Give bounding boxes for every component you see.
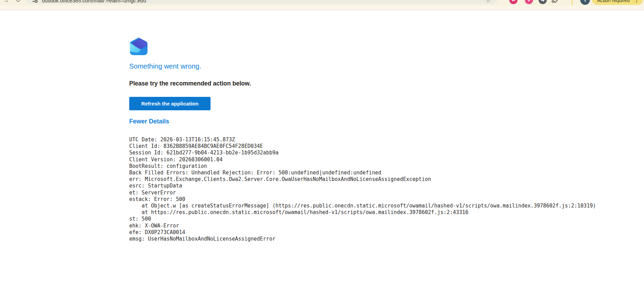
site-settings-icon[interactable] — [32, 0, 38, 6]
error-subtitle: Please try the recommended action below. — [129, 80, 251, 87]
more-menu-icon[interactable]: ⋮ — [634, 0, 639, 3]
bookmark-star-icon[interactable]: ☆ — [485, 0, 491, 4]
extension-arrow-icon[interactable]: ➜ — [539, 0, 547, 4]
toolbar-divider — [572, 0, 573, 6]
url-text[interactable]: outlook.office365.com/mail/?realm=umgc.e… — [42, 0, 146, 3]
extensions-puzzle-icon[interactable] — [551, 0, 558, 5]
bookmarks-bar — [0, 6, 644, 10]
profile-avatar[interactable]: T — [580, 0, 590, 5]
extension-mail-icon[interactable]: ✉ — [509, 0, 518, 4]
fewer-details-link[interactable]: Fewer Details — [129, 118, 169, 125]
error-title: Something went wrong. — [129, 62, 201, 70]
action-required-button[interactable]: Action required ⋮ — [592, 0, 643, 5]
reload-icon[interactable]: ⟳ — [16, 0, 21, 3]
refresh-application-button[interactable]: Refresh the application — [129, 97, 211, 110]
forward-icon[interactable]: → — [3, 0, 9, 3]
extension-badge-icon[interactable]: 0 — [525, 0, 533, 4]
outlook-logo — [129, 37, 148, 57]
page-content: Something went wrong. Please try the rec… — [0, 10, 644, 304]
action-required-label: Action required — [597, 0, 630, 3]
error-details-text: UTC Date: 2026-03-13T16:15:45.873Z Clien… — [129, 136, 596, 242]
browser-toolbar: → ⟳ outlook.office365.com/mail/?realm=um… — [0, 0, 644, 6]
address-bar[interactable]: outlook.office365.com/mail/?realm=umgc.e… — [26, 0, 498, 4]
